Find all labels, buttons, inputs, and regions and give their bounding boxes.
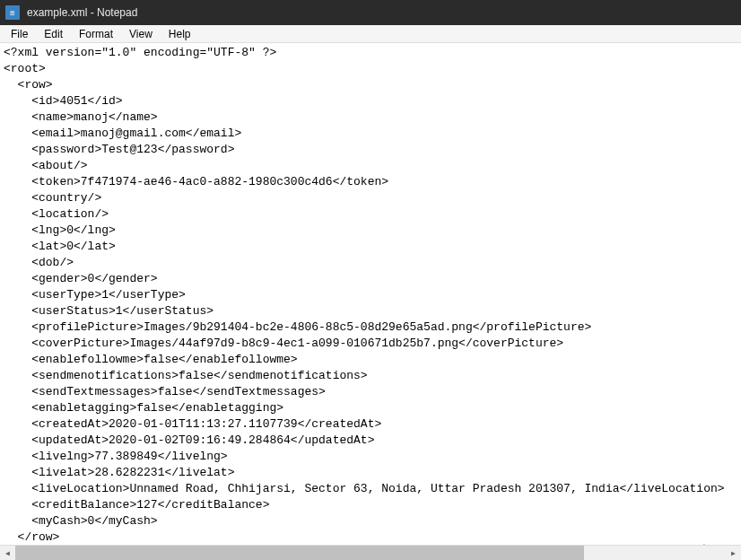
horizontal-scrollbar[interactable]: ◀ ▶ bbox=[0, 545, 741, 560]
menu-format[interactable]: Format bbox=[72, 26, 120, 42]
scroll-thumb[interactable] bbox=[15, 546, 584, 561]
menu-view[interactable]: View bbox=[122, 26, 160, 42]
titlebar: ≡ example.xml - Notepad bbox=[0, 0, 741, 25]
window-title: example.xml - Notepad bbox=[27, 6, 137, 19]
menu-file[interactable]: File bbox=[4, 26, 35, 42]
menu-help[interactable]: Help bbox=[161, 26, 198, 42]
menu-edit[interactable]: Edit bbox=[37, 26, 70, 42]
notepad-icon: ≡ bbox=[5, 5, 20, 20]
menubar: File Edit Format View Help bbox=[0, 25, 741, 43]
scroll-track[interactable] bbox=[15, 546, 726, 561]
text-area[interactable]: <?xml version="1.0" encoding="UTF-8" ?> … bbox=[0, 43, 741, 560]
scroll-left-arrow-icon[interactable]: ◀ bbox=[0, 546, 15, 561]
scroll-right-arrow-icon[interactable]: ▶ bbox=[726, 546, 741, 561]
